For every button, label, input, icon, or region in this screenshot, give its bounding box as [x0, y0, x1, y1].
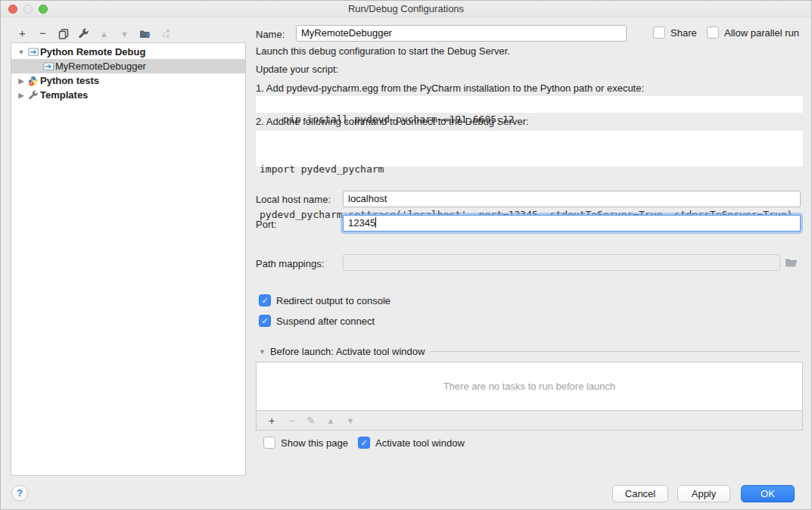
- tree-item-myremotedebugger[interactable]: MyRemoteDebugger: [11, 59, 245, 73]
- share-label: Share: [670, 27, 697, 39]
- port-label: Port:: [256, 219, 276, 230]
- name-value: MyRemoteDebugger: [301, 27, 392, 39]
- ok-button[interactable]: OK: [741, 485, 795, 502]
- tree-item-python-remote-debug[interactable]: ▼ Python Remote Debug: [11, 45, 245, 59]
- redirect-output-checkbox[interactable]: ✓: [259, 294, 271, 306]
- tree-item-label: Python tests: [40, 75, 99, 86]
- move-up-button[interactable]: ▲: [94, 26, 114, 39]
- name-input[interactable]: MyRemoteDebugger: [296, 25, 627, 42]
- remove-icon: −: [39, 26, 46, 39]
- check-icon: ✓: [261, 317, 268, 325]
- show-this-page-row: Show this page: [263, 437, 348, 449]
- step1-text: 1. Add pydevd-pycharm.egg from the PyCha…: [256, 82, 644, 94]
- python-tests-icon: [26, 76, 40, 86]
- allow-parallel-run-checkbox[interactable]: [707, 26, 719, 39]
- path-mappings-browse-button[interactable]: [785, 257, 798, 271]
- run-debug-configurations-dialog: Run/Debug Configurations + − ▲ ▼ ↓: [0, 0, 812, 510]
- text-cursor: [375, 217, 376, 228]
- name-label: Name:: [256, 29, 285, 40]
- before-launch-header[interactable]: ▼ Before launch: Activate tool window: [259, 346, 799, 357]
- tree-item-label: MyRemoteDebugger: [55, 61, 146, 72]
- tree-item-label: Python Remote Debug: [40, 46, 145, 58]
- window-title: Run/Debug Configurations: [1, 1, 811, 17]
- show-this-page-label: Show this page: [281, 437, 348, 449]
- cancel-button[interactable]: Cancel: [612, 485, 668, 502]
- configurations-tree: ▼ Python Remote Debug MyRemoteDebugger ▶: [11, 42, 246, 476]
- create-folder-button[interactable]: [135, 26, 155, 39]
- intro-text: Launch this debug configuration to start…: [256, 45, 510, 57]
- tree-item-python-tests[interactable]: ▶ Python tests: [11, 73, 245, 88]
- run-config-icon: [42, 61, 55, 71]
- path-mappings-input[interactable]: [343, 254, 780, 271]
- new-folder-icon: [139, 29, 151, 39]
- allow-parallel-run-checkbox-row: Allow parallel run: [707, 26, 799, 39]
- activate-tool-window-label: Activate tool window: [375, 437, 465, 449]
- collapse-section-icon: ▼: [259, 348, 266, 356]
- port-input[interactable]: 12345: [343, 215, 801, 232]
- before-launch-task-list: There are no tasks to run before launch …: [256, 362, 803, 431]
- before-launch-title: Before launch: Activate tool window: [270, 346, 425, 357]
- move-up-icon: ▲: [100, 30, 108, 39]
- add-configuration-button[interactable]: +: [12, 26, 33, 39]
- remove-task-button[interactable]: −: [282, 415, 301, 427]
- move-task-down-button[interactable]: ▼: [341, 416, 360, 425]
- share-checkbox-row: Share: [653, 26, 697, 39]
- configurations-toolbar: + − ▲ ▼ ↓ az: [12, 23, 176, 42]
- path-mappings-label: Path mappings:: [256, 258, 324, 269]
- title-bar: Run/Debug Configurations: [1, 1, 811, 17]
- check-icon: ✓: [360, 439, 367, 447]
- code-line-1: import pydevd_pycharm: [260, 162, 799, 177]
- suspend-after-connect-label: Suspend after connect: [276, 316, 375, 327]
- add-icon: +: [19, 26, 26, 39]
- settrace-code-block: import pydevd_pycharm pydevd_pycharm.set…: [256, 131, 803, 166]
- edit-task-button[interactable]: ✎: [301, 415, 321, 427]
- tree-collapsed-icon[interactable]: ▶: [16, 92, 26, 99]
- tree-item-templates[interactable]: ▶ Templates: [11, 88, 245, 102]
- local-host-label: Local host name:: [256, 194, 331, 205]
- section-rule: [431, 351, 799, 352]
- port-value: 12345: [348, 217, 375, 229]
- add-task-button[interactable]: +: [262, 415, 282, 427]
- share-checkbox[interactable]: [653, 26, 665, 39]
- remove-icon: −: [288, 415, 294, 427]
- tree-expanded-icon[interactable]: ▼: [16, 48, 26, 56]
- suspend-after-connect-checkbox[interactable]: ✓: [259, 315, 271, 327]
- allow-parallel-run-label: Allow parallel run: [724, 27, 799, 39]
- run-config-icon: [26, 47, 40, 57]
- sort-az-icon: ↓ az: [161, 28, 169, 39]
- copy-icon: [58, 29, 69, 39]
- move-down-icon: ▼: [347, 416, 355, 425]
- redirect-output-row: ✓ Redirect output to console: [259, 294, 390, 306]
- sort-configurations-button[interactable]: ↓ az: [155, 26, 176, 39]
- tree-collapsed-icon[interactable]: ▶: [16, 77, 26, 85]
- templates-wrench-icon: [26, 90, 40, 101]
- redirect-output-label: Redirect output to console: [276, 295, 390, 306]
- empty-task-message: There are no tasks to run before launch: [257, 362, 802, 410]
- check-icon: ✓: [261, 297, 268, 305]
- folder-icon: [785, 257, 798, 268]
- move-down-icon: ▼: [120, 30, 129, 39]
- tree-item-label: Templates: [40, 89, 88, 101]
- activate-tool-window-row: ✓ Activate tool window: [358, 437, 465, 449]
- move-task-up-button[interactable]: ▲: [321, 416, 341, 425]
- local-host-input[interactable]: localhost: [343, 191, 801, 207]
- move-up-icon: ▲: [327, 416, 335, 425]
- help-button[interactable]: ?: [11, 485, 28, 502]
- activate-tool-window-checkbox[interactable]: ✓: [358, 437, 370, 449]
- wrench-icon: [78, 28, 89, 39]
- local-host-value: localhost: [348, 193, 387, 204]
- pip-command-code: pip install pydevd-pycharm~=191.6605.12: [256, 96, 803, 113]
- update-script-text: Update your script:: [256, 64, 338, 75]
- apply-button[interactable]: Apply: [677, 485, 730, 502]
- suspend-after-connect-row: ✓ Suspend after connect: [259, 315, 375, 327]
- step2-text: 2. Add the following command to connect …: [256, 116, 529, 127]
- task-list-toolbar: + − ✎ ▲ ▼: [257, 410, 802, 430]
- edit-templates-button[interactable]: [73, 26, 94, 39]
- copy-configuration-button[interactable]: [53, 26, 73, 39]
- help-icon: ?: [17, 487, 23, 499]
- move-down-button[interactable]: ▼: [114, 26, 135, 39]
- show-this-page-checkbox[interactable]: [263, 437, 275, 449]
- remove-configuration-button[interactable]: −: [33, 26, 53, 39]
- edit-pencil-icon: ✎: [306, 415, 316, 427]
- add-icon: +: [269, 415, 275, 427]
